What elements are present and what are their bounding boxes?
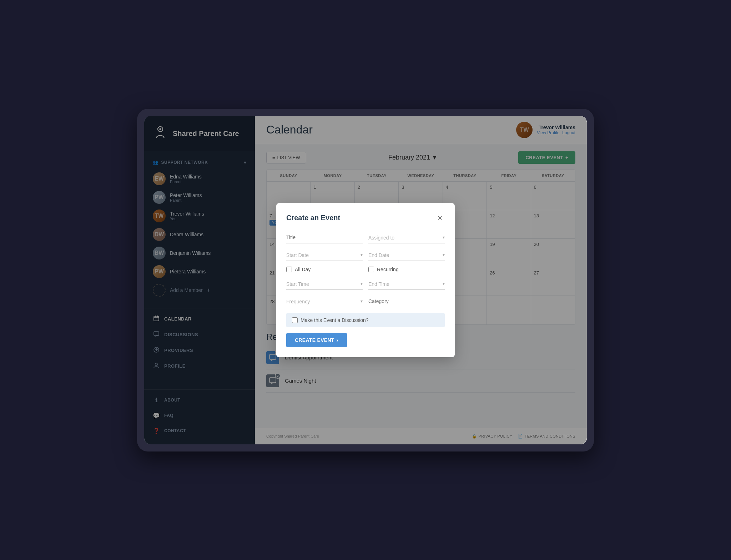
start-time-select[interactable] <box>286 278 363 290</box>
assigned-to-select[interactable] <box>368 232 445 243</box>
modal-create-event-button[interactable]: CREATE EVENT › <box>286 333 347 347</box>
discussion-checkbox-row: Make this Event a Discussion? <box>286 313 445 327</box>
all-day-checkbox[interactable] <box>286 267 292 272</box>
all-day-label[interactable]: All Day <box>286 267 363 272</box>
title-field <box>286 232 363 243</box>
frequency-select[interactable] <box>286 296 363 307</box>
category-input[interactable] <box>368 296 445 307</box>
freq-category-row: Frequency <box>286 296 445 307</box>
end-time-select[interactable] <box>368 278 445 290</box>
title-assigned-row: Assigned to <box>286 232 445 243</box>
end-date-select[interactable] <box>368 249 445 261</box>
start-date-field: Start Date <box>286 249 363 261</box>
submit-arrow-icon: › <box>337 337 338 343</box>
modal-overlay[interactable]: Create an Event ✕ Assigned to <box>144 116 587 444</box>
modal-close-button[interactable]: ✕ <box>435 213 445 223</box>
recurring-label[interactable]: Recurring <box>368 267 445 272</box>
discussion-checkbox-label[interactable]: Make this Event a Discussion? <box>292 317 439 323</box>
times-row: Start Time End Time <box>286 278 445 290</box>
end-date-field: End Date <box>368 249 445 261</box>
discussion-checkbox[interactable] <box>292 317 298 323</box>
start-time-field: Start Time <box>286 278 363 290</box>
start-date-select[interactable] <box>286 249 363 261</box>
all-day-recurring-row: All Day Recurring <box>286 267 445 272</box>
recurring-checkbox[interactable] <box>368 267 374 272</box>
create-event-modal: Create an Event ✕ Assigned to <box>276 203 455 357</box>
title-input[interactable] <box>286 232 363 243</box>
frequency-field: Frequency <box>286 296 363 307</box>
assigned-to-field: Assigned to <box>368 232 445 243</box>
dates-row: Start Date End Date <box>286 249 445 261</box>
modal-title: Create an Event <box>286 214 340 222</box>
category-field <box>368 296 445 307</box>
end-time-field: End Time <box>368 278 445 290</box>
modal-header: Create an Event ✕ <box>286 213 445 223</box>
